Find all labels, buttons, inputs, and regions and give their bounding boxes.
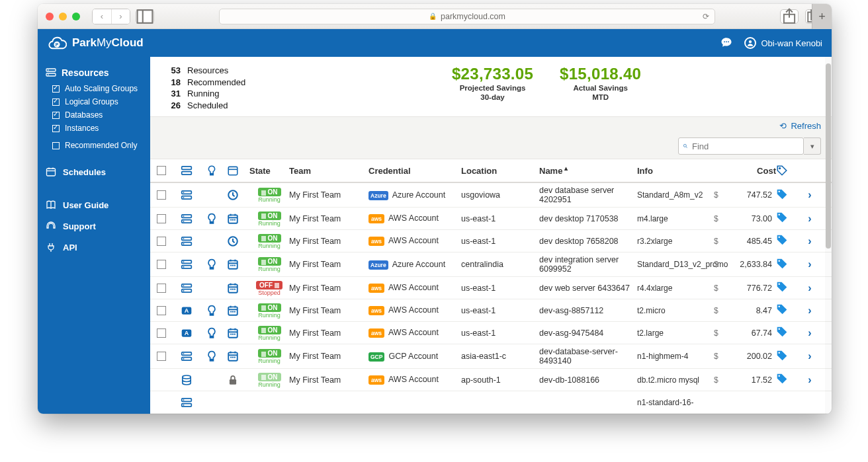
sidebar-toggle-button[interactable] — [136, 9, 154, 24]
tags-icon[interactable] — [776, 350, 799, 364]
sidebar-filter-recommended-only[interactable]: Recommended Only — [38, 139, 150, 152]
state-cell[interactable]: ONRunning — [249, 187, 289, 203]
sidebar-filter-logical-groups[interactable]: Logical Groups — [38, 95, 150, 108]
schedule-icon[interactable] — [227, 374, 249, 386]
expand-row-icon[interactable]: › — [799, 350, 821, 362]
schedule-icon[interactable] — [227, 258, 249, 270]
address-bar[interactable]: 🔒 parkmycloud.com ⟳ — [219, 9, 715, 24]
expand-row-icon[interactable]: › — [799, 213, 821, 225]
schedule-icon[interactable] — [227, 235, 249, 247]
sidebar-filter-instances[interactable]: Instances — [38, 122, 150, 135]
expand-row-icon[interactable]: › — [799, 374, 821, 386]
scrollbar-thumb[interactable] — [826, 63, 831, 249]
sidebar-filter-databases[interactable]: Databases — [38, 108, 150, 122]
sidebar-item-api[interactable]: API — [38, 237, 150, 258]
table-row[interactable]: OFFStoppedMy First TeamawsAWS Accountus-… — [150, 277, 832, 299]
sidebar-item-schedules[interactable]: Schedules — [38, 161, 150, 182]
scrollbar-track[interactable] — [825, 57, 832, 414]
sidebar-item-resources[interactable]: Resources — [38, 63, 150, 82]
tags-icon[interactable] — [776, 281, 799, 295]
type-column-icon[interactable] — [181, 165, 206, 176]
table-row[interactable]: n1-standard-16- — [150, 391, 832, 414]
column-credential[interactable]: Credential — [369, 166, 461, 176]
expand-row-icon[interactable]: › — [799, 305, 821, 317]
select-all-checkbox[interactable] — [157, 166, 166, 175]
schedule-icon[interactable] — [227, 213, 249, 225]
expand-row-icon[interactable]: › — [799, 258, 821, 270]
table-row[interactable]: ONRunningMy First TeamAzureAzure Account… — [150, 252, 832, 277]
svg-text:A: A — [185, 330, 189, 336]
table-row[interactable]: AONRunningMy First TeamawsAWS Accountus-… — [150, 299, 832, 322]
share-button[interactable] — [780, 9, 799, 24]
state-cell[interactable]: ONRunning — [249, 325, 289, 341]
tags-icon[interactable] — [776, 303, 799, 317]
maximize-window-button[interactable] — [72, 13, 80, 20]
schedule-icon[interactable] — [227, 305, 249, 317]
expand-row-icon[interactable]: › — [799, 327, 821, 339]
table-row[interactable]: AONRunningMy First TeamawsAWS Accountus-… — [150, 322, 832, 344]
close-window-button[interactable] — [46, 13, 54, 20]
column-cost[interactable]: Cost — [727, 166, 776, 176]
schedule-icon[interactable] — [227, 282, 249, 294]
table-row[interactable]: ONRunningMy First TeamAzureAzure Account… — [150, 183, 832, 208]
messages-icon[interactable] — [720, 36, 732, 50]
reload-icon[interactable]: ⟳ — [703, 12, 709, 21]
row-checkbox[interactable] — [157, 284, 166, 293]
row-checkbox[interactable] — [157, 260, 166, 269]
column-info[interactable]: Info — [637, 166, 714, 176]
back-button[interactable]: ‹ — [93, 9, 111, 24]
schedule-icon[interactable] — [227, 189, 249, 201]
svg-point-70 — [230, 288, 232, 289]
table-row[interactable]: ONRunningMy First TeamawsAWS Accountus-e… — [150, 208, 832, 230]
expand-row-icon[interactable]: › — [799, 235, 821, 247]
sidebar-item-support[interactable]: Support — [38, 215, 150, 237]
row-checkbox[interactable] — [157, 306, 166, 315]
search-input[interactable] — [692, 141, 803, 151]
state-cell[interactable]: ONRunning — [249, 233, 289, 249]
sidebar-filter-auto-scaling[interactable]: Auto Scaling Groups — [38, 82, 150, 95]
column-state[interactable]: State — [249, 166, 289, 176]
schedule-icon[interactable] — [227, 350, 249, 362]
forward-button[interactable]: › — [111, 9, 130, 24]
table-row[interactable]: ONRunningMy First TeamawsAWS Accountap-s… — [150, 369, 832, 391]
new-tab-button[interactable]: + — [812, 4, 832, 29]
row-checkbox[interactable] — [157, 190, 166, 200]
state-cell[interactable]: ONRunning — [249, 348, 289, 364]
schedule-column-icon[interactable] — [227, 165, 249, 176]
tags-icon[interactable] — [776, 258, 799, 272]
user-menu[interactable]: Obi-wan Kenobi — [744, 37, 823, 49]
state-cell[interactable]: ONRunning — [249, 372, 289, 388]
minimize-window-button[interactable] — [59, 13, 67, 20]
refresh-button[interactable]: ⟲ Refresh — [779, 121, 821, 131]
tags-icon[interactable] — [776, 212, 799, 225]
recommendation-column-icon[interactable] — [206, 165, 227, 176]
row-checkbox[interactable] — [157, 328, 166, 338]
row-checkbox[interactable] — [157, 352, 166, 361]
tags-icon[interactable] — [776, 373, 799, 387]
sidebar-item-user-guide[interactable]: User Guide — [38, 194, 150, 215]
state-cell[interactable]: ONRunning — [249, 256, 289, 272]
state-cell[interactable]: ONRunning — [249, 211, 289, 227]
recommendation-icon — [206, 350, 227, 362]
tags-column-icon[interactable] — [776, 165, 799, 176]
row-checkbox[interactable] — [157, 214, 166, 223]
tags-icon[interactable] — [776, 234, 799, 248]
tags-icon[interactable] — [776, 188, 799, 202]
column-team[interactable]: Team — [289, 166, 369, 176]
table-row[interactable]: ONRunningMy First TeamawsAWS Accountus-e… — [150, 230, 832, 252]
schedule-icon[interactable] — [227, 327, 249, 339]
state-cell[interactable]: ONRunning — [249, 303, 289, 319]
search-dropdown-toggle[interactable]: ▾ — [804, 137, 821, 155]
expand-row-icon[interactable]: › — [799, 189, 821, 201]
user-name: Obi-wan Kenobi — [761, 38, 823, 48]
row-checkbox[interactable] — [157, 237, 166, 246]
currency-symbol: $ — [714, 375, 727, 385]
tags-icon[interactable] — [776, 326, 799, 340]
state-cell[interactable]: OFFStopped — [249, 280, 289, 296]
expand-row-icon[interactable]: › — [799, 282, 821, 294]
table-row[interactable]: ONRunningMy First TeamGCPGCP Accountasia… — [150, 344, 832, 369]
column-name[interactable]: Name — [539, 166, 637, 176]
resource-type-icon — [181, 350, 206, 362]
column-location[interactable]: Location — [461, 166, 539, 176]
brand-logo[interactable]: P ParkMyCloud — [47, 35, 144, 51]
